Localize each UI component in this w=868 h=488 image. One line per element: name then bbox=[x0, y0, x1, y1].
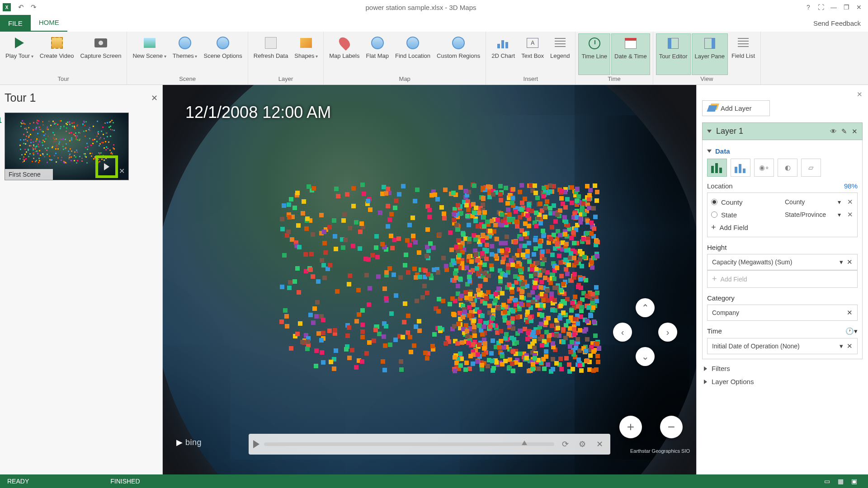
home-tab[interactable]: HOME bbox=[31, 14, 67, 32]
new-scene-button[interactable]: New Scene bbox=[130, 33, 169, 75]
viz-region-button[interactable]: ▱ bbox=[801, 159, 821, 177]
viz-clustered-column-button[interactable] bbox=[731, 159, 750, 177]
geo-type-dropdown-county[interactable]: County▾ bbox=[783, 197, 843, 206]
scene-thumbnail[interactable]: 1 First Scene ✕ bbox=[5, 113, 129, 180]
timeline-bar: ⟳ ⚙ ✕ bbox=[249, 434, 610, 455]
flat-map-button[interactable]: Flat Map bbox=[363, 33, 392, 75]
geo-field-row: County County▾ ✕ bbox=[711, 196, 854, 208]
geo-radio-state[interactable] bbox=[711, 211, 717, 218]
help-button[interactable]: ? bbox=[802, 1, 815, 14]
refresh-data-button[interactable]: Refresh Data bbox=[251, 33, 291, 75]
fullscreen-button[interactable]: ⛶ bbox=[815, 1, 827, 14]
timeline-track[interactable] bbox=[264, 442, 554, 446]
status-view-button-3[interactable]: ▣ bbox=[847, 478, 861, 485]
scene-options-button[interactable]: Scene Options bbox=[201, 33, 245, 75]
remove-height-field[interactable]: ✕ bbox=[847, 258, 853, 266]
filters-section-toggle[interactable]: Filters bbox=[702, 359, 863, 374]
group-label-map: Map bbox=[399, 75, 410, 84]
time-clock-menu[interactable]: 🕐▾ bbox=[845, 327, 858, 335]
themes-button[interactable]: Themes bbox=[170, 33, 200, 75]
height-label: Height bbox=[707, 244, 858, 251]
tour-editor-button[interactable]: Tour Editor bbox=[656, 33, 691, 75]
location-confidence[interactable]: 98% bbox=[844, 182, 858, 190]
find-location-button[interactable]: Find Location bbox=[392, 33, 433, 75]
status-finished: FINISHED bbox=[110, 478, 140, 485]
category-label: Category bbox=[707, 294, 858, 302]
play-tour-button[interactable]: Play Tour bbox=[3, 33, 36, 75]
timeline-settings-button[interactable]: ⚙ bbox=[576, 439, 589, 449]
minimize-button[interactable]: — bbox=[827, 1, 840, 14]
close-tour-panel-button[interactable]: ✕ bbox=[151, 93, 158, 103]
add-layer-button[interactable]: Add Layer bbox=[702, 100, 770, 116]
3d-map-viewport[interactable]: 12/1/2008 12:00 AM ▶ bing Earthstar Geog… bbox=[163, 85, 696, 474]
field-list-button[interactable]: Field List bbox=[729, 33, 758, 75]
status-view-button-1[interactable]: ▭ bbox=[820, 478, 834, 485]
group-label-time: Time bbox=[608, 75, 620, 84]
2d-chart-button[interactable]: 2D Chart bbox=[489, 33, 518, 75]
play-scene-button[interactable] bbox=[95, 155, 118, 178]
group-label-insert: Insert bbox=[524, 75, 538, 84]
restore-button[interactable]: ❐ bbox=[840, 1, 853, 14]
timeline-play-button[interactable] bbox=[253, 440, 259, 448]
geo-type-dropdown-state[interactable]: State/Province▾ bbox=[783, 210, 843, 219]
layer-header[interactable]: Layer 1 👁 ✎ ✕ bbox=[702, 122, 863, 140]
delete-layer-button[interactable]: ✕ bbox=[852, 127, 858, 136]
layer-pane-button[interactable]: Layer Pane bbox=[692, 33, 728, 75]
height-field-dropdown[interactable]: Capacity (Megawatts) (Sum)▾✕ bbox=[707, 254, 858, 270]
collapse-layer-icon bbox=[707, 130, 712, 133]
remove-time-field[interactable]: ✕ bbox=[847, 342, 853, 350]
undo-button[interactable]: ↶ bbox=[14, 1, 27, 14]
legend-button[interactable]: Legend bbox=[547, 33, 572, 75]
rename-layer-button[interactable]: ✎ bbox=[841, 127, 847, 136]
rotate-left-button[interactable]: ‹ bbox=[613, 323, 632, 342]
custom-regions-button[interactable]: Custom Regions bbox=[434, 33, 483, 75]
close-button[interactable]: ✕ bbox=[853, 1, 865, 14]
data-section-toggle[interactable]: Data bbox=[707, 145, 858, 159]
status-view-button-2[interactable]: ▦ bbox=[834, 478, 847, 485]
window-title: power station sample.xlsx - 3D Maps bbox=[40, 4, 802, 11]
group-label-view: View bbox=[700, 75, 713, 84]
geo-radio-county[interactable] bbox=[711, 199, 717, 205]
map-timestamp: 12/1/2008 12:00 AM bbox=[185, 103, 331, 122]
remove-geo-state[interactable]: ✕ bbox=[846, 211, 854, 219]
close-layer-pane-button[interactable]: ✕ bbox=[857, 90, 863, 99]
date-time-button[interactable]: Date & Time bbox=[611, 33, 650, 75]
timeline-close-button[interactable]: ✕ bbox=[593, 439, 606, 449]
visibility-icon[interactable]: 👁 bbox=[830, 127, 837, 135]
file-tab[interactable]: FILE bbox=[0, 15, 31, 32]
map-attribution: Earthstar Geographics SIO bbox=[630, 448, 690, 454]
map-labels-button[interactable]: Map Labels bbox=[326, 33, 362, 75]
group-label-tour: Tour bbox=[58, 75, 69, 84]
tilt-up-button[interactable]: ⌃ bbox=[636, 298, 655, 317]
viz-bubble-button[interactable]: ◉∘ bbox=[754, 159, 774, 177]
add-geo-field-button[interactable]: + Add Field bbox=[711, 221, 854, 234]
send-feedback-link[interactable]: Send Feedback bbox=[806, 15, 868, 32]
layer-name: Layer 1 bbox=[716, 127, 826, 136]
status-ready: READY bbox=[7, 478, 29, 485]
layers-icon bbox=[707, 105, 717, 112]
add-height-field-button[interactable]: +Add Field bbox=[707, 270, 858, 288]
viz-heatmap-button[interactable]: ◐ bbox=[778, 159, 797, 177]
timeline-button[interactable]: Time Line bbox=[578, 33, 610, 75]
zoom-out-button[interactable]: − bbox=[660, 416, 683, 438]
shapes-button[interactable]: Shapes bbox=[292, 33, 321, 75]
time-field-dropdown[interactable]: Initial Date of Operation (None)▾✕ bbox=[707, 338, 858, 354]
remove-geo-county[interactable]: ✕ bbox=[846, 198, 854, 206]
text-box-button[interactable]: AText Box bbox=[519, 33, 547, 75]
excel-icon: X bbox=[3, 3, 11, 11]
rotate-right-button[interactable]: › bbox=[658, 323, 677, 342]
redo-button[interactable]: ↷ bbox=[27, 1, 40, 14]
capture-screen-button[interactable]: Capture Screen bbox=[77, 33, 124, 75]
zoom-in-button[interactable]: + bbox=[619, 416, 642, 438]
create-video-button[interactable]: Create Video bbox=[37, 33, 77, 75]
timeline-loop-button[interactable]: ⟳ bbox=[559, 439, 571, 449]
scene-name-label: First Scene bbox=[5, 169, 53, 180]
tilt-down-button[interactable]: ⌄ bbox=[636, 347, 655, 366]
delete-scene-button[interactable]: ✕ bbox=[119, 167, 125, 175]
remove-category-field[interactable]: ✕ bbox=[847, 309, 853, 317]
viz-stacked-column-button[interactable] bbox=[707, 159, 727, 177]
layer-options-section-toggle[interactable]: Layer Options bbox=[702, 374, 863, 389]
category-field[interactable]: Company✕ bbox=[707, 305, 858, 321]
group-label-scene: Scene bbox=[179, 75, 196, 84]
location-label: Location bbox=[707, 182, 733, 190]
